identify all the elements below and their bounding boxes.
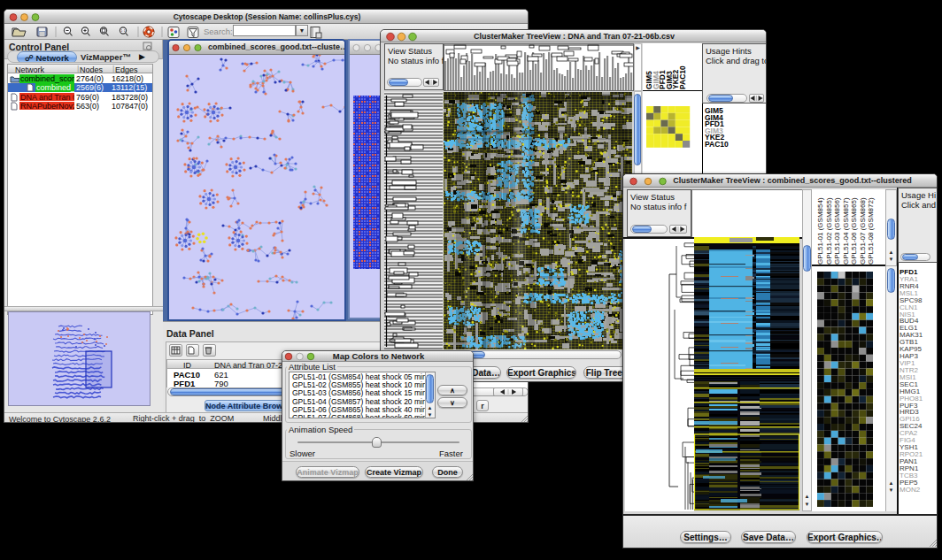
svg-text:Search:: Search:	[204, 27, 233, 36]
svg-text:GPL51-06 (GSM865): GPL51-06 (GSM865)	[850, 197, 858, 265]
svg-text:GPL51-04 (GSM857): GPL51-04 (GSM857)	[842, 197, 850, 265]
svg-text:PAC10: PAC10	[678, 65, 687, 89]
svg-text:GPL51-03 (GSM856): GPL51-03 (GSM856)	[833, 197, 841, 265]
svg-text:GPL51-02 (GSM855): GPL51-02 (GSM855)	[825, 197, 833, 265]
svg-text:GPL51-08 (GSM872): GPL51-08 (GSM872)	[867, 197, 875, 265]
svg-text:PAC10: PAC10	[705, 140, 729, 149]
svg-text:GPL51-01 (GSM854): GPL51-01 (GSM854)	[816, 197, 824, 265]
svg-text:MON2: MON2	[900, 486, 921, 494]
svg-text:GPL51-07 (GSM868): GPL51-07 (GSM868)	[859, 197, 867, 265]
svg-text:1:1: 1:1	[120, 28, 126, 33]
